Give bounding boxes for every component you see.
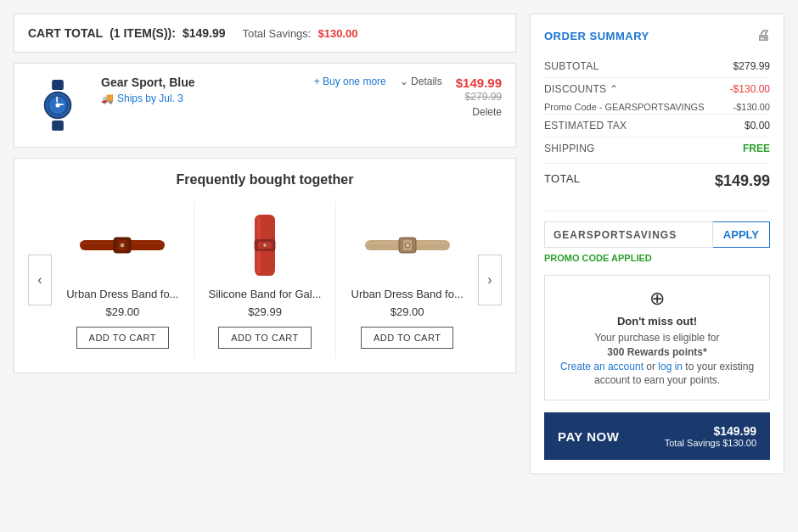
fbt-add-to-cart-1[interactable]: ADD TO CART [218,327,311,349]
svg-rect-6 [52,120,64,131]
product-name: Gear Sport, Blue [101,76,301,89]
svg-rect-4 [56,97,58,103]
login-link[interactable]: log in [658,361,683,372]
fbt-item-image-2 [361,211,454,279]
fbt-item-price-0: $29.00 [105,305,139,318]
rewards-or-text: or [646,361,658,372]
savings-label: Total Savings: [243,27,312,40]
subtotal-row: SUBTOTAL $279.99 [544,55,770,77]
rewards-section: ⊕ Don't miss out! Your purchase is eligi… [544,275,770,400]
fbt-item-1: Silicone Band for Gal... $29.99 ADD TO C… [194,201,337,359]
fbt-item-name-0: Urban Dress Band fo... [66,288,178,300]
svg-point-12 [120,243,125,248]
tax-value: $0.00 [745,120,770,132]
fbt-item-2: Urban Dress Band fo... $29.00 ADD TO CAR… [336,201,478,359]
order-summary-panel: ORDER SUMMARY 🖨 SUBTOTAL $279.99 DISCOUN… [530,14,784,474]
cart-header: CART TOTAL (1 ITEM(S)): $149.99 Total Sa… [14,14,516,53]
cart-item-info: Gear Sport, Blue 🚚 Ships by Jul. 3 [101,76,301,104]
total-label: TOTAL [544,172,580,190]
promo-input-row: APPLY [544,221,770,248]
fbt-carousel: ‹ [28,201,502,359]
savings-amount: $130.00 [318,27,357,40]
fbt-item-name-1: Silicone Band for Gal... [209,288,322,300]
discounts-label: DISCOUNTS ⌃ [544,83,619,95]
fbt-item-image-1 [218,211,312,279]
rewards-desc: Your purchase is eligible for 300 Reward… [557,331,757,388]
discounts-row: DISCOUNTS ⌃ -$130.00 [544,77,770,100]
product-image [28,76,87,135]
fbt-item-name-2: Urban Dress Band fo... [351,288,464,300]
shipping-row: SHIPPING FREE [544,137,770,160]
svg-point-7 [55,103,59,107]
fbt-item-0: Urban Dress Band fo... $29.00 ADD TO CAR… [52,201,194,359]
promo-code-value: -$130.00 [733,102,770,112]
fbt-add-to-cart-2[interactable]: ADD TO CART [361,327,453,349]
rewards-title: Don't miss out! [557,315,757,328]
details-link[interactable]: ⌄ Details [400,76,442,87]
current-price: $149.99 [456,76,502,90]
truck-icon: 🚚 [101,92,114,104]
fbt-item-price-1: $29.99 [248,305,282,318]
order-summary: ORDER SUMMARY 🖨 SUBTOTAL $279.99 DISCOUN… [530,14,784,474]
pay-now-label: PAY NOW [558,429,619,444]
original-price: $279.99 [465,91,502,103]
buy-more-link[interactable]: + Buy one more [314,76,386,87]
printer-icon: 🖨 [756,28,771,43]
order-summary-title: ORDER SUMMARY 🖨 [544,28,770,43]
subtotal-label: SUBTOTAL [544,60,599,72]
promo-code-label: Promo Code - GEARSPORTSAVINGS [544,102,704,112]
chevron-down-icon: ⌄ [400,76,408,87]
svg-point-22 [405,243,410,248]
pay-now-button[interactable]: PAY NOW $149.99 Total Savings $130.00 [544,412,770,460]
create-account-link[interactable]: Create an account [560,361,643,372]
rewards-points: 300 Rewards points* [607,346,706,358]
delete-link[interactable]: Delete [456,106,502,118]
fbt-items-list: Urban Dress Band fo... $29.00 ADD TO CAR… [52,201,478,359]
svg-rect-0 [52,80,64,90]
pay-now-details: $149.99 Total Savings $130.00 [665,424,756,448]
promo-section: APPLY PROMO CODE APPLIED [544,210,770,263]
carousel-next-button[interactable]: › [478,255,502,305]
fbt-item-price-2: $29.00 [391,305,424,318]
tax-row: ESTIMATED TAX $0.00 [544,114,770,137]
shipping-value: FREE [743,143,770,154]
cart-item-actions: + Buy one more ⌄ Details [314,76,442,87]
subtotal-value: $279.99 [733,60,770,72]
cart-item-price: $149.99 $279.99 Delete [456,76,502,118]
cart-total-price: $149.99 [183,26,226,40]
carousel-prev-button[interactable]: ‹ [28,255,52,305]
svg-point-17 [263,244,267,248]
total-value: $149.99 [715,172,770,190]
fbt-item-image-0 [76,211,169,279]
rewards-desc1: Your purchase is eligible for [595,332,720,344]
shipping-label: SHIPPING [544,143,595,154]
cart-title: CART TOTAL [28,26,103,40]
promo-apply-button[interactable]: APPLY [713,221,770,248]
pay-now-savings: Total Savings $130.00 [665,438,756,448]
shipping-info: 🚚 Ships by Jul. 3 [101,92,301,104]
promo-code-row: Promo Code - GEARSPORTSAVINGS -$130.00 [544,100,770,114]
cart-item: Gear Sport, Blue 🚚 Ships by Jul. 3 + Buy… [14,63,516,148]
fbt-add-to-cart-0[interactable]: ADD TO CART [76,327,169,349]
tax-label: ESTIMATED TAX [544,120,627,132]
chevron-up-icon: ⌃ [610,83,618,95]
fbt-title: Frequently bought together [28,172,502,188]
pay-now-amount: $149.99 [665,424,756,438]
promo-code-input[interactable] [544,221,713,248]
cart-items-count: (1 ITEM(S)): [110,26,176,40]
promo-applied-text: PROMO CODE APPLIED [544,253,770,263]
total-row: TOTAL $149.99 [544,163,770,199]
rewards-icon: ⊕ [557,288,757,310]
discounts-value: -$130.00 [730,83,770,95]
frequently-bought-section: Frequently bought together ‹ [14,158,516,373]
